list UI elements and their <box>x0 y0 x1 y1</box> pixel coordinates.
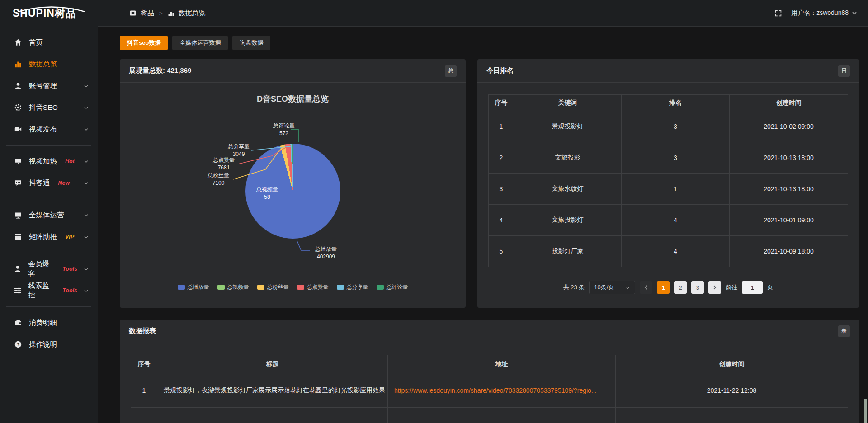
question-circle-icon: ? <box>14 340 23 349</box>
breadcrumb: 树品 > 数据总览 <box>129 9 206 18</box>
col-created: 创建时间 <box>730 95 848 111</box>
sidebar-item-instructions[interactable]: ? 操作说明 <box>0 334 98 355</box>
legend-swatch <box>257 285 264 290</box>
person-icon <box>14 264 22 273</box>
sidebar-item-video-heat[interactable]: 视频加热 Hot <box>0 150 98 172</box>
grid-icon <box>14 232 23 241</box>
col-title: 标题 <box>157 355 388 373</box>
col-index: 序号 <box>489 95 514 111</box>
tab-inquiry-data[interactable]: 询盘数据 <box>232 36 270 50</box>
sidebar-item-member-burst[interactable]: 会员爆客 Tools <box>0 258 98 280</box>
chevron-down-icon <box>84 214 89 217</box>
page-button-3[interactable]: 3 <box>691 281 704 294</box>
chevron-down-icon <box>84 235 89 239</box>
svg-text:?: ? <box>17 342 19 347</box>
sidebar-item-data-overview[interactable]: 数据总览 <box>0 53 98 75</box>
sidebar-item-clue-monitor[interactable]: 线索监控 Tools <box>0 280 98 301</box>
day-badge-button[interactable]: 日 <box>838 65 850 77</box>
col-keyword: 关键词 <box>514 95 622 111</box>
sidebar-divider <box>6 306 91 307</box>
next-page-button[interactable] <box>708 281 721 294</box>
page-size-select[interactable]: 10条/页 <box>589 281 635 294</box>
report-url-link[interactable]: https://www.iesdouyin.com/share/video/70… <box>388 373 616 408</box>
table-row: 2文旅投影32021-10-13 18:00 <box>489 142 848 174</box>
page-button-2[interactable]: 2 <box>674 281 687 294</box>
table-header-row: 序号 标题 地址 创建时间 <box>131 355 848 373</box>
table-row: 5投影灯厂家42021-10-09 18:00 <box>489 236 848 267</box>
sidebar-item-all-media[interactable]: 全媒体运营 <box>0 204 98 226</box>
pie-label-plays: 总播放量 402909 <box>304 245 348 261</box>
sidebar-item-home[interactable]: 首页 <box>0 32 98 53</box>
sliders-icon <box>14 286 22 295</box>
app-logo[interactable]: SHUPIN树品 <box>0 6 98 20</box>
legend-item[interactable]: 总视频量 <box>217 283 249 291</box>
fullscreen-icon[interactable] <box>774 9 782 17</box>
top-header: SHUPIN树品 树品 > 数据总览 用户名：zswodun88 <box>0 0 868 26</box>
vip-tag: VIP <box>65 234 74 240</box>
video-camera-icon <box>14 125 23 134</box>
table-badge-button[interactable]: 表 <box>838 325 850 337</box>
tools-tag: Tools <box>62 266 77 272</box>
sidebar-divider <box>6 253 91 253</box>
breadcrumb-root-icon <box>129 9 137 17</box>
sidebar-item-doketong[interactable]: 抖客通 New <box>0 172 98 194</box>
chevron-down-icon <box>84 160 89 163</box>
pie-chart: D音SEO数据量总览 总评论量 572 总分享量 3049 <box>120 83 466 304</box>
legend-item[interactable]: 总播放量 <box>178 283 209 291</box>
report-title: 数据报表 <box>129 327 156 335</box>
user-menu[interactable]: 用户名：zswodun88 <box>791 9 857 17</box>
today-ranking-panel: 今日排名 日 序号 关键词 排名 创建时间 1景观投影灯32021-10-02 … <box>477 59 859 308</box>
breadcrumb-root[interactable]: 树品 <box>141 9 154 18</box>
legend-item[interactable]: 总分享量 <box>337 283 368 291</box>
prev-page-button[interactable] <box>640 281 652 294</box>
sidebar-item-video-publish[interactable]: 视频发布 <box>0 118 98 140</box>
breadcrumb-current: 数据总览 <box>179 9 206 18</box>
page-scrollbar-thumb[interactable] <box>864 399 867 423</box>
overview-total: 展现量总数: 421,369 <box>129 66 191 75</box>
hot-tag: Hot <box>65 158 75 164</box>
col-url: 地址 <box>388 355 616 373</box>
chevron-right-icon <box>713 285 717 290</box>
total-badge-button[interactable]: 总 <box>445 65 457 77</box>
tab-douyin-seo-data[interactable]: 抖音seo数据 <box>120 36 168 50</box>
report-title-cell: 景观投影灯，夜游景观投影灯厂家展示展示落花灯在花园里的灯光投影应用效果 # <box>157 373 388 408</box>
chevron-down-icon <box>84 85 89 88</box>
tools-tag: Tools <box>62 287 77 294</box>
sidebar: 首页 数据总览 账号管理 抖音SEO 视频发布 视频加热 Hot <box>0 26 98 423</box>
chevron-down-icon <box>84 182 89 185</box>
goto-page-input[interactable] <box>742 281 763 294</box>
goto-unit: 页 <box>767 283 773 291</box>
chevron-down-icon <box>84 128 89 131</box>
display-icon <box>14 157 23 166</box>
user-icon <box>14 81 23 90</box>
pagination: 共 23 条 10条/页 1 2 3 前往 页 <box>477 281 859 294</box>
sidebar-divider <box>6 199 91 199</box>
chevron-down-icon <box>625 286 630 289</box>
breadcrumb-separator: > <box>158 10 164 17</box>
sidebar-item-account[interactable]: 账号管理 <box>0 75 98 97</box>
wallet-icon <box>14 318 23 327</box>
legend-item[interactable]: 总评论量 <box>377 283 408 291</box>
sidebar-divider <box>6 145 91 146</box>
legend-swatch <box>217 285 225 290</box>
legend-swatch <box>178 285 185 290</box>
sidebar-item-matrix-boost[interactable]: 矩阵助推 VIP <box>0 226 98 248</box>
bar-chart-icon <box>14 60 23 69</box>
chevron-down-icon <box>852 11 857 15</box>
table-row: 1景观投影灯32021-10-02 09:00 <box>489 111 848 142</box>
sidebar-item-douyin-seo[interactable]: 抖音SEO <box>0 97 98 118</box>
chat-bubble-icon <box>14 179 23 188</box>
report-panel-header: 数据报表 表 <box>120 320 859 343</box>
page-button-1[interactable]: 1 <box>657 281 670 294</box>
user-label: 用户名：zswodun88 <box>791 9 849 17</box>
pie-label-fans: 总粉丝量 7100 <box>200 172 236 187</box>
new-tag: New <box>58 180 70 186</box>
pie-label-shares: 总分享量 3049 <box>221 143 257 158</box>
ranking-table: 序号 关键词 排名 创建时间 1景观投影灯32021-10-02 09:00 2… <box>488 94 848 267</box>
col-index: 序号 <box>131 355 157 373</box>
legend-item[interactable]: 总粉丝量 <box>257 283 289 291</box>
legend-item[interactable]: 总点赞量 <box>297 283 329 291</box>
sidebar-item-consumption[interactable]: 消费明细 <box>0 312 98 334</box>
data-tabs: 抖音seo数据 全媒体运营数据 询盘数据 <box>120 36 859 50</box>
tab-all-media-data[interactable]: 全媒体运营数据 <box>172 36 228 50</box>
